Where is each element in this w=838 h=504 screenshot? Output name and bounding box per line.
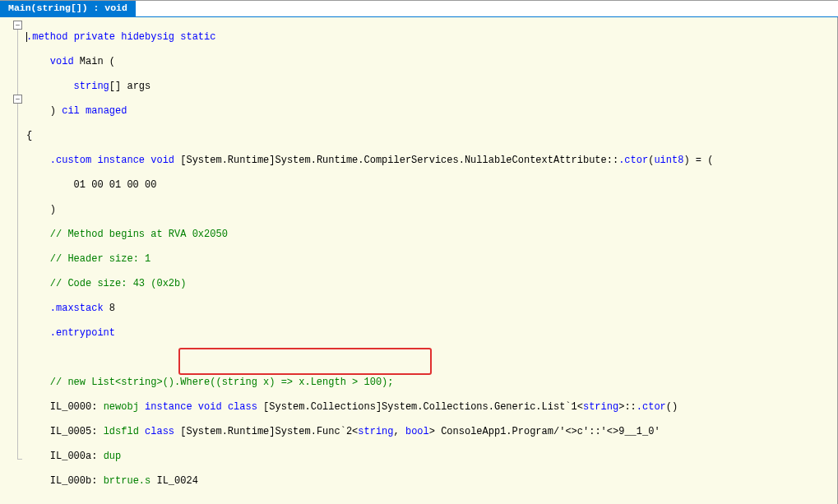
txt: [] args (109, 81, 150, 92)
fold-line (17, 30, 18, 95)
lbl: IL_000b: (50, 475, 104, 487)
kw: string (74, 81, 109, 92)
comment: // Method begins at RVA 0x2050 (50, 229, 228, 240)
txt: 01 00 01 00 00 (74, 179, 157, 191)
blank (26, 352, 838, 364)
kw: void (150, 155, 174, 166)
txt: :: (589, 426, 600, 437)
kw: void (50, 56, 74, 67)
txt: Main ( (74, 56, 115, 67)
fold-toggle[interactable]: − (13, 95, 22, 104)
kw: .entrypoint (50, 327, 115, 339)
kw: class (145, 426, 174, 437)
lbl: IL_0005: (50, 426, 104, 437)
editor: − − .method private hidebysig static voi… (0, 17, 838, 504)
kw: instance (145, 401, 192, 413)
txt: >:: (618, 401, 637, 413)
txt: '<>c' (559, 426, 589, 437)
txt: , (394, 426, 405, 437)
blank (26, 500, 838, 504)
kw: string (358, 426, 393, 437)
comment: // new List<string>().Where((string x) =… (50, 377, 394, 388)
kw: .ctor (637, 401, 666, 413)
txt: '<>9__1_0' (601, 426, 660, 437)
comment: // Code size: 43 (0x2b) (50, 278, 187, 289)
kw: string (583, 401, 618, 413)
fold-end (17, 459, 22, 460)
kw: class (228, 401, 257, 413)
txt: ) (50, 204, 56, 215)
kw: uint8 (654, 155, 683, 166)
kw: cil (62, 105, 80, 117)
kw: void (198, 401, 222, 413)
fold-toggle[interactable]: − (13, 21, 22, 30)
txt: [System.Runtime]System.Func`2< (174, 426, 358, 437)
fold-line (17, 104, 18, 459)
tab-bar: Main(string[]) : void (0, 1, 838, 17)
txt: ) (50, 105, 62, 117)
kw: bool (405, 426, 429, 437)
app-root: Main(string[]) : void − − .method privat… (0, 0, 838, 504)
op: newobj (104, 401, 139, 413)
txt: [System.Collections]System.Collections.G… (257, 401, 583, 413)
kw: .ctor (618, 155, 648, 166)
kw: managed (86, 105, 127, 117)
kw: static (180, 31, 215, 43)
txt: () (666, 401, 678, 413)
lbl: IL_000a: (50, 451, 104, 462)
gutter: − − (0, 17, 26, 504)
kw: .maxstack (50, 303, 104, 314)
txt: > ConsoleApp1.Program/ (429, 426, 559, 437)
op: brtrue.s (104, 475, 151, 487)
txt: 8 (104, 303, 115, 314)
txt: [System.Runtime]System.Runtime.CompilerS… (174, 155, 618, 166)
comment: // Header size: 1 (50, 253, 150, 265)
op: dup (104, 451, 122, 462)
lbl: IL_0000: (50, 401, 104, 413)
tab-main[interactable]: Main(string[]) : void (0, 1, 136, 16)
code-area[interactable]: .method private hidebysig static void Ma… (26, 17, 838, 504)
kw: .custom (50, 155, 91, 166)
op: ldsfld (104, 426, 139, 437)
kw: private (74, 31, 115, 43)
kw: instance (97, 155, 145, 166)
kw: .method (26, 31, 67, 43)
kw: hidebysig (121, 31, 174, 43)
txt: IL_0024 (150, 475, 198, 487)
txt: { (26, 130, 838, 142)
txt: ) = ( (683, 155, 713, 166)
